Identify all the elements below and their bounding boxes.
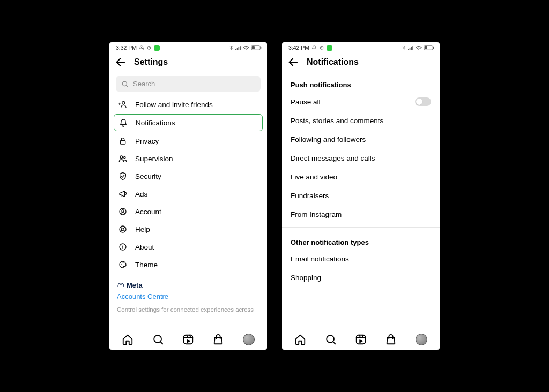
supervision-icon [117, 154, 129, 163]
notif-label: Following and followers [291, 135, 366, 144]
settings-item-theme[interactable]: Theme [109, 256, 267, 273]
settings-item-privacy[interactable]: Privacy [109, 132, 267, 149]
page-title: Settings [134, 57, 168, 67]
notif-item[interactable]: Direct messages and calls [282, 149, 440, 168]
back-icon[interactable] [115, 56, 127, 68]
settings-item-notifications[interactable]: Notifications [114, 114, 263, 131]
notif-item[interactable]: Shopping [282, 268, 440, 287]
settings-list: Follow and invite friends Notifications … [109, 95, 267, 330]
shop-icon[interactable] [385, 334, 397, 345]
shop-icon[interactable] [212, 334, 224, 345]
bluetooth-icon [402, 45, 406, 50]
megaphone-icon [117, 190, 129, 198]
meta-icon [117, 282, 124, 289]
notif-label: Email notifications [291, 255, 349, 263]
svg-line-46 [320, 46, 321, 46]
svg-rect-50 [411, 47, 412, 50]
settings-item-help[interactable]: Help [109, 221, 267, 238]
reels-icon[interactable] [182, 334, 194, 345]
status-bar: 3:32 PM [109, 42, 267, 52]
info-icon [117, 243, 129, 251]
settings-item-ads[interactable]: Ads [109, 185, 267, 202]
svg-point-32 [122, 245, 123, 245]
search-input[interactable]: Search [116, 76, 261, 92]
notif-label: Live and video [291, 173, 337, 181]
search-nav-icon[interactable] [152, 334, 164, 345]
settings-item-label: Help [135, 225, 150, 233]
profile-avatar[interactable] [243, 334, 255, 345]
settings-item-label: Supervision [135, 155, 173, 163]
svg-line-58 [333, 342, 335, 344]
svg-rect-5 [235, 49, 236, 50]
home-icon[interactable] [294, 334, 306, 345]
svg-point-21 [124, 156, 125, 158]
svg-rect-7 [239, 47, 240, 50]
svg-rect-48 [408, 49, 409, 50]
notif-item[interactable]: Email notifications [282, 250, 440, 268]
bell-icon [117, 118, 129, 127]
svg-point-20 [120, 156, 123, 159]
user-plus-icon [117, 100, 129, 109]
settings-item-label: Privacy [135, 137, 159, 145]
account-icon [117, 207, 129, 216]
svg-point-23 [122, 210, 124, 212]
notif-item[interactable]: Live and video [282, 168, 440, 186]
settings-item-label: Ads [135, 190, 147, 198]
svg-line-47 [323, 46, 323, 46]
status-bar: 3:42 PM [282, 42, 440, 52]
search-placeholder: Search [133, 80, 155, 88]
svg-line-27 [124, 227, 125, 228]
app-indicator-icon [154, 45, 160, 51]
status-time: 3:42 PM [288, 44, 309, 51]
svg-rect-19 [120, 140, 125, 144]
settings-item-account[interactable]: Account [109, 203, 267, 220]
lock-icon [117, 137, 129, 145]
notif-item[interactable]: Fundraisers [282, 186, 440, 205]
settings-item-supervision[interactable]: Supervision [109, 150, 267, 167]
alarm-icon [146, 45, 152, 50]
svg-rect-49 [410, 48, 411, 50]
svg-rect-55 [425, 46, 427, 49]
notif-item[interactable]: From Instagram [282, 205, 440, 224]
page-title: Notifications [307, 57, 359, 67]
settings-item-security[interactable]: Security [109, 168, 267, 185]
search-nav-icon[interactable] [325, 334, 337, 345]
svg-point-44 [320, 47, 323, 50]
bluetooth-icon [229, 45, 234, 50]
accounts-centre-link[interactable]: Accounts Centre [109, 290, 267, 303]
settings-screen: 3:32 PM Settings Search Follow and invit… [109, 42, 267, 350]
wifi-icon [243, 46, 249, 50]
svg-point-33 [121, 264, 121, 265]
svg-point-1 [147, 47, 151, 50]
signal-icon [408, 46, 414, 50]
help-icon [117, 225, 129, 233]
svg-rect-12 [252, 46, 255, 49]
svg-rect-6 [237, 48, 238, 50]
svg-rect-8 [240, 46, 241, 50]
pause-all-toggle[interactable] [415, 97, 431, 106]
dnd-icon [311, 45, 317, 50]
home-icon[interactable] [122, 334, 133, 345]
settings-item-label: Follow and invite friends [135, 101, 213, 109]
svg-marker-63 [360, 340, 362, 343]
settings-item-follow-invite[interactable]: Follow and invite friends [109, 96, 267, 113]
meta-label: Meta [127, 281, 143, 289]
svg-point-35 [123, 262, 124, 263]
settings-item-about[interactable]: About [109, 238, 267, 255]
notif-label: Shopping [291, 274, 321, 282]
settings-item-label: Notifications [136, 119, 175, 127]
pause-all-label: Pause all [291, 98, 321, 106]
footnote-text: Control settings for connected experienc… [109, 303, 267, 314]
profile-avatar[interactable] [416, 334, 427, 345]
bottom-nav [109, 330, 267, 350]
notif-item[interactable]: Following and followers [282, 130, 440, 149]
notif-item[interactable]: Posts, stories and comments [282, 111, 440, 130]
svg-line-29 [124, 230, 125, 231]
app-indicator-icon [327, 45, 332, 51]
svg-rect-11 [261, 47, 262, 49]
reels-icon[interactable] [355, 334, 367, 345]
signal-icon [235, 46, 241, 50]
shield-icon [117, 172, 129, 180]
back-icon[interactable] [287, 56, 299, 68]
pause-all-row[interactable]: Pause all [282, 92, 440, 111]
